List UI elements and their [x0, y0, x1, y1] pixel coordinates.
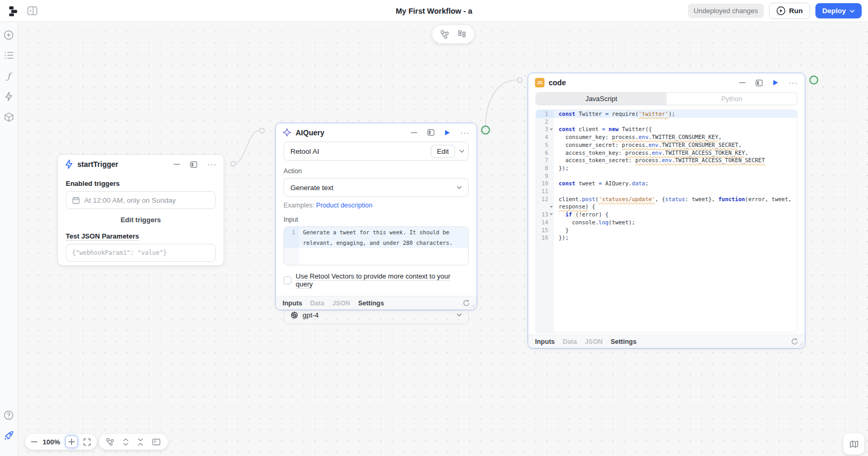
fit-view-icon[interactable] [83, 438, 91, 446]
run-play-icon [776, 6, 785, 15]
run-history-icon[interactable] [4, 50, 14, 61]
node-start-trigger[interactable]: startTrigger ··· Enabled triggers At 12:… [57, 154, 224, 266]
run-label: Run [789, 7, 803, 15]
zoom-controls: 100% [25, 434, 97, 450]
prompt-line: relevant, engaging, and under 280 charac… [299, 237, 452, 248]
chevron-down-icon [457, 313, 462, 316]
map-panel-button[interactable] [843, 433, 864, 454]
node-title[interactable]: code [549, 78, 566, 87]
undeployed-changes-badge: Undeployed changes [688, 4, 764, 18]
vectors-checkbox-label[interactable]: Use Retool Vectors to provide more conte… [296, 272, 469, 288]
run-block-icon[interactable] [773, 80, 779, 86]
trigger-bolt-icon [65, 160, 73, 169]
resize-handle[interactable] [799, 342, 804, 347]
more-menu-icon[interactable]: ··· [207, 162, 217, 167]
tab-python[interactable]: Python [667, 93, 797, 105]
node-title[interactable]: AIQuery [296, 128, 324, 137]
chevron-down-icon[interactable] [459, 150, 465, 153]
map-icon [850, 440, 859, 448]
refresh-icon[interactable] [463, 300, 470, 306]
zoom-level: 100% [43, 438, 60, 446]
add-node-icon[interactable] [4, 29, 14, 40]
javascript-badge-icon: JS [535, 78, 544, 87]
aiquery-header: AIQuery ··· [276, 123, 477, 140]
calendar-icon [72, 196, 80, 204]
resource-name: Retool AI [290, 147, 319, 155]
edit-resource-button[interactable]: Edit [431, 145, 455, 158]
minimize-icon[interactable] [411, 132, 417, 133]
input-label: Input [284, 216, 469, 223]
action-label: Action [284, 167, 469, 175]
edit-triggers-link[interactable]: Edit triggers [66, 216, 216, 224]
openai-logo-icon [290, 311, 298, 319]
more-menu-icon[interactable]: ··· [789, 80, 798, 85]
zoom-out-icon[interactable] [31, 441, 37, 442]
schedule-text: At 12:00 AM, only on Sunday [84, 196, 176, 204]
refresh-icon[interactable] [791, 338, 798, 345]
examples-label: Examples: [284, 202, 314, 209]
prompt-line: Generate a tweet for this week. It shoul… [299, 227, 449, 237]
language-tabs: JavaScript Python [536, 92, 798, 105]
prompt-editor[interactable]: 1Generate a tweet for this week. It shou… [284, 226, 469, 265]
minimize-icon[interactable] [739, 82, 745, 83]
node-title[interactable]: startTrigger [77, 160, 118, 168]
layout-controls [99, 434, 168, 450]
tab-data[interactable]: Data [563, 338, 577, 345]
run-button[interactable]: Run [769, 3, 810, 19]
block-list-icon[interactable] [458, 30, 466, 38]
enabled-triggers-label: Enabled triggers [66, 180, 216, 187]
run-block-icon[interactable] [445, 130, 450, 136]
canvas-mode-toolbar [432, 25, 474, 43]
line-number: 1 [284, 227, 299, 237]
tab-json[interactable]: JSON [585, 338, 603, 345]
rocket-icon[interactable] [4, 430, 14, 441]
open-panel-icon[interactable] [190, 161, 197, 168]
collapse-all-icon[interactable] [137, 438, 144, 446]
topbar: My First Workflow - a Undeployed changes… [0, 0, 868, 22]
help-icon[interactable] [4, 410, 14, 420]
left-rail: ƒ [0, 22, 18, 456]
tab-settings[interactable]: Settings [358, 300, 384, 307]
tab-inputs[interactable]: Inputs [535, 338, 555, 345]
deploy-label: Deploy [822, 7, 846, 15]
aiquery-footer: Inputs Data JSON Settings [276, 296, 477, 310]
tab-inputs[interactable]: Inputs [282, 300, 302, 307]
examples-link[interactable]: Product description [316, 202, 372, 209]
node-aiquery[interactable]: AIQuery ··· Retool AI Edit Action Genera… [275, 123, 477, 310]
code-header: JS code ··· [528, 73, 805, 90]
toggle-left-panel-icon[interactable] [27, 6, 37, 15]
test-json-input[interactable] [72, 249, 209, 256]
expand-all-icon[interactable] [123, 438, 129, 446]
resources-icon[interactable] [4, 112, 14, 122]
vectors-checkbox[interactable] [284, 276, 291, 284]
deploy-button[interactable]: Deploy [815, 3, 862, 18]
triggers-icon[interactable] [4, 91, 14, 102]
retool-logo-icon[interactable] [6, 4, 20, 18]
zoom-in-icon[interactable] [65, 435, 78, 448]
open-panel-icon[interactable] [427, 129, 435, 136]
rename-panel-icon[interactable] [152, 439, 160, 445]
action-select[interactable]: Generate text [284, 178, 469, 197]
more-menu-icon[interactable]: ··· [460, 130, 470, 135]
resize-handle[interactable] [470, 303, 476, 309]
action-value: Generate text [290, 184, 334, 192]
minimize-icon[interactable] [174, 164, 180, 165]
tab-settings[interactable]: Settings [611, 338, 637, 345]
open-panel-icon[interactable] [755, 80, 763, 86]
chevron-down-icon [457, 186, 462, 189]
test-json-label: Test JSON Parameters [66, 232, 139, 240]
functions-icon[interactable]: ƒ [4, 71, 14, 81]
start-trigger-header: startTrigger ··· [58, 155, 224, 172]
auto-layout-icon[interactable] [106, 438, 114, 446]
tab-data[interactable]: Data [310, 300, 325, 307]
test-json-field[interactable] [66, 244, 216, 262]
node-code[interactable]: JS code ··· JavaScript Python 1const Twi… [528, 73, 805, 349]
flow-graph-icon[interactable] [440, 30, 449, 39]
model-value: gpt-4 [302, 311, 319, 319]
tab-json[interactable]: JSON [332, 300, 350, 307]
schedule-field[interactable]: At 12:00 AM, only on Sunday [66, 191, 216, 209]
tab-javascript[interactable]: JavaScript [536, 93, 667, 105]
resource-select[interactable]: Retool AI Edit [284, 142, 469, 161]
chevron-down-icon [850, 9, 855, 13]
code-editor[interactable]: 1const Twitter = require('twitter');2 3c… [536, 110, 798, 333]
